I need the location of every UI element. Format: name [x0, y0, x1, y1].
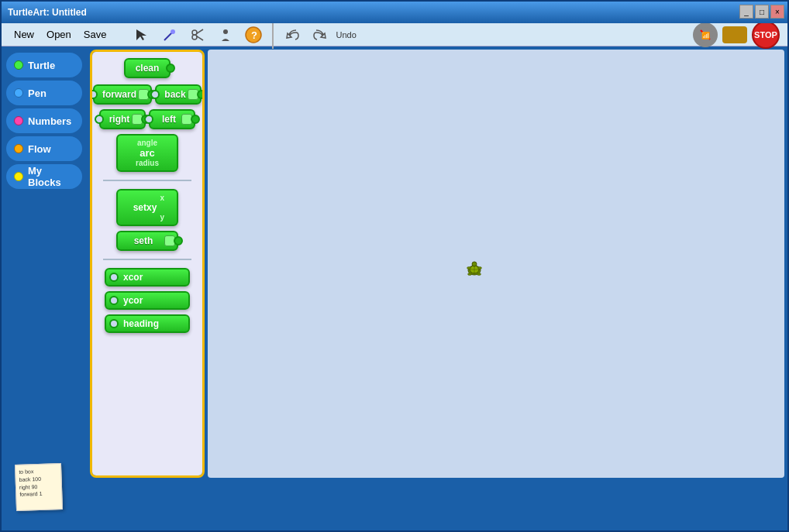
- menu-save[interactable]: Save: [79, 27, 112, 42]
- setxy-x-label: x: [160, 194, 164, 202]
- svg-line-5: [197, 29, 204, 34]
- flow-dot: [14, 144, 23, 153]
- menubar: New Open Save ? Undo 📶: [2, 23, 787, 46]
- main-area: Turtle Pen Numbers Flow My Blocks clean …: [2, 46, 787, 481]
- sidebar-item-myblocks[interactable]: My Blocks: [6, 164, 82, 189]
- arc-radius-label: radius: [136, 159, 159, 167]
- notebook-corner: to box back 100 right 90 forward 1: [15, 463, 63, 511]
- setxy-y-label: y: [160, 213, 164, 221]
- svg-text:?: ?: [251, 29, 257, 41]
- sidebar-item-numbers[interactable]: Numbers: [6, 108, 82, 133]
- statusbar: [2, 481, 787, 499]
- canvas-area[interactable]: [208, 50, 784, 478]
- close-button[interactable]: ×: [770, 5, 784, 19]
- heading-block[interactable]: heading: [105, 314, 190, 333]
- sidebar-flow-label: Flow: [28, 143, 51, 155]
- sidebar-myblocks-label: My Blocks: [28, 165, 74, 188]
- ycor-block[interactable]: ycor: [105, 291, 190, 310]
- arrow-tool[interactable]: [129, 22, 154, 47]
- undo-group: Undo: [280, 22, 356, 47]
- help-icon[interactable]: ?: [241, 22, 266, 47]
- eraser-icon[interactable]: [722, 26, 747, 43]
- toolbar-separator: [272, 21, 274, 49]
- undo-forward-button[interactable]: [308, 22, 332, 47]
- scissors-tool[interactable]: [185, 22, 210, 47]
- seth-block[interactable]: seth: [116, 231, 178, 251]
- block-palette: clean forward back right left: [90, 50, 205, 478]
- svg-text:📶: 📶: [701, 31, 711, 40]
- undo-label: Undo: [336, 30, 356, 39]
- window-controls: _ □ ×: [739, 5, 784, 19]
- app-title: TurtleArt: Untitled: [8, 7, 87, 18]
- person-tool[interactable]: [213, 22, 238, 47]
- right-block[interactable]: right: [99, 109, 146, 129]
- back-block[interactable]: back: [155, 84, 202, 105]
- sidebar-turtle-label: Turtle: [28, 60, 55, 71]
- arc-block[interactable]: angle arc radius: [116, 134, 178, 172]
- svg-point-18: [468, 273, 472, 276]
- svg-marker-0: [136, 29, 146, 40]
- svg-line-6: [197, 36, 204, 40]
- stop-button[interactable]: STOP: [752, 21, 780, 49]
- left-block[interactable]: left: [149, 109, 195, 129]
- menu-open[interactable]: Open: [42, 27, 76, 42]
- arc-name-label: arc: [140, 147, 155, 159]
- clean-block[interactable]: clean: [124, 58, 171, 78]
- palette-separator-2: [103, 259, 191, 260]
- menu-new[interactable]: New: [9, 27, 39, 42]
- sidebar-pen-label: Pen: [28, 88, 47, 99]
- undo-back-button[interactable]: [280, 22, 305, 47]
- svg-point-2: [171, 29, 175, 34]
- svg-point-4: [192, 35, 197, 39]
- numbers-dot: [14, 116, 23, 125]
- setxy-block[interactable]: x setxy y: [116, 189, 178, 226]
- minimize-button[interactable]: _: [739, 5, 753, 19]
- forward-back-pair: forward back: [93, 84, 202, 105]
- sidebar: Turtle Pen Numbers Flow My Blocks: [2, 46, 87, 481]
- svg-point-16: [467, 267, 471, 269]
- arc-angle-label: angle: [137, 139, 157, 147]
- svg-point-3: [192, 30, 197, 35]
- titlebar: TurtleArt: Untitled _ □ ×: [2, 2, 787, 23]
- svg-point-17: [478, 267, 482, 269]
- sidebar-item-pen[interactable]: Pen: [6, 81, 82, 105]
- myblocks-dot: [14, 172, 23, 181]
- svg-point-7: [223, 29, 228, 34]
- forward-block[interactable]: forward: [93, 84, 152, 105]
- no-wifi-icon[interactable]: 📶: [693, 22, 718, 47]
- setxy-name-label: setxy: [133, 202, 157, 213]
- notebook-text: to box back 100 right 90 forward 1: [19, 467, 58, 499]
- right-toolbar: 📶 STOP: [693, 21, 780, 49]
- sidebar-item-flow[interactable]: Flow: [6, 136, 82, 161]
- maximize-button[interactable]: □: [755, 5, 769, 19]
- turtle-sprite: [463, 259, 485, 280]
- svg-line-1: [164, 33, 172, 40]
- right-left-pair: right left: [99, 109, 195, 129]
- turtle-dot: [14, 60, 23, 70]
- pen-dot: [14, 88, 23, 98]
- xcor-block[interactable]: xcor: [105, 268, 190, 287]
- sidebar-item-turtle[interactable]: Turtle: [6, 53, 82, 77]
- palette-separator-1: [103, 180, 191, 181]
- svg-point-19: [477, 273, 481, 276]
- magic-wand-tool[interactable]: [157, 22, 182, 47]
- sidebar-numbers-label: Numbers: [28, 115, 71, 127]
